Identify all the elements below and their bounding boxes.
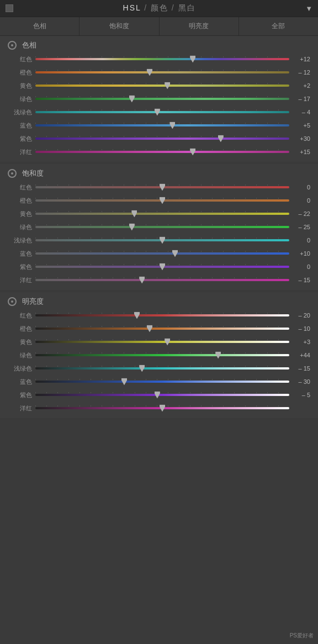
panel-icon: [6, 4, 13, 12]
slider-track-wrap-saturation-6[interactable]: [35, 262, 289, 272]
tab-all[interactable]: 全部: [239, 17, 318, 35]
slider-value-saturation-1: 0: [293, 197, 310, 204]
slider-track-wrap-hue-7[interactable]: [35, 147, 289, 157]
slider-value-hue-4: – 4: [293, 109, 310, 115]
slider-row-luminance-5: 蓝色– 30: [0, 375, 318, 388]
slider-track-wrap-luminance-0[interactable]: [35, 310, 289, 320]
slider-thumb-hue-3[interactable]: [129, 96, 135, 103]
slider-row-saturation-3: 绿色– 25: [0, 220, 318, 234]
tab-luminance[interactable]: 明亮度: [160, 17, 239, 35]
section-header-luminance: 明亮度: [0, 292, 318, 309]
slider-row-saturation-0: 红色0: [0, 181, 318, 194]
slider-track-wrap-hue-6[interactable]: [35, 134, 289, 144]
slider-track-wrap-luminance-7[interactable]: [35, 403, 289, 413]
slider-thumb-luminance-3[interactable]: [215, 352, 221, 359]
slider-thumb-hue-0[interactable]: [190, 56, 195, 63]
slider-label-luminance-0: 红色: [8, 312, 32, 320]
slider-label-luminance-5: 蓝色: [8, 378, 32, 386]
slider-label-saturation-3: 绿色: [8, 223, 32, 231]
section-target-icon-saturation[interactable]: [8, 169, 17, 178]
slider-track-luminance-1: [35, 328, 289, 330]
slider-value-luminance-4: – 15: [293, 365, 310, 372]
slider-label-hue-4: 浅绿色: [8, 108, 32, 117]
slider-thumb-saturation-6[interactable]: [160, 263, 165, 271]
slider-thumb-luminance-1[interactable]: [147, 325, 152, 332]
slider-row-luminance-7: 洋红: [0, 402, 318, 415]
slider-track-luminance-0: [35, 314, 289, 316]
slider-track-wrap-luminance-4[interactable]: [35, 363, 289, 373]
slider-track-wrap-hue-3[interactable]: [35, 94, 289, 104]
slider-track-wrap-saturation-2[interactable]: [35, 209, 289, 219]
slider-label-saturation-1: 橙色: [8, 197, 32, 205]
slider-thumb-hue-7[interactable]: [190, 149, 195, 156]
slider-track-wrap-saturation-4[interactable]: [35, 235, 289, 245]
slider-value-hue-7: +15: [293, 149, 310, 155]
slider-thumb-luminance-0[interactable]: [134, 312, 140, 319]
slider-value-hue-2: +2: [293, 82, 310, 89]
slider-label-luminance-1: 橙色: [8, 325, 32, 333]
slider-track-wrap-hue-1[interactable]: [35, 67, 289, 77]
slider-row-luminance-4: 浅绿色– 15: [0, 362, 318, 375]
panel-dropdown-arrow[interactable]: ▼: [305, 4, 312, 13]
slider-track-wrap-saturation-3[interactable]: [35, 222, 289, 232]
slider-track-hue-5: [35, 124, 289, 126]
slider-thumb-hue-4[interactable]: [155, 109, 160, 116]
slider-label-hue-7: 洋红: [8, 148, 32, 156]
slider-track-wrap-hue-4[interactable]: [35, 107, 289, 117]
section-target-icon-luminance[interactable]: [8, 297, 17, 306]
slider-thumb-saturation-1[interactable]: [160, 197, 165, 204]
slider-track-saturation-2: [35, 213, 289, 215]
slider-label-hue-3: 绿色: [8, 95, 32, 103]
slider-track-wrap-saturation-7[interactable]: [35, 275, 289, 285]
section-target-icon-hue[interactable]: [8, 41, 17, 50]
panel-title: HSL / 颜色 / 黑白: [13, 3, 305, 13]
bw-label: 黑白: [178, 3, 196, 12]
slider-track-hue-2: [35, 85, 289, 87]
slider-track-wrap-luminance-1[interactable]: [35, 324, 289, 334]
slider-thumb-saturation-3[interactable]: [129, 224, 135, 231]
slider-thumb-hue-6[interactable]: [218, 135, 224, 142]
slider-track-wrap-luminance-3[interactable]: [35, 350, 289, 360]
slider-value-luminance-1: – 10: [293, 325, 310, 332]
slider-thumb-luminance-7[interactable]: [160, 405, 165, 412]
slider-track-wrap-hue-0[interactable]: [35, 54, 289, 64]
slider-thumb-luminance-4[interactable]: [139, 365, 145, 372]
slider-value-luminance-5: – 30: [293, 378, 310, 385]
slider-thumb-luminance-2[interactable]: [165, 339, 170, 346]
slider-thumb-saturation-2[interactable]: [131, 210, 137, 218]
slider-row-hue-5: 蓝色+5: [0, 119, 318, 132]
slider-track-luminance-4: [35, 367, 289, 369]
slider-row-luminance-2: 黄色+3: [0, 335, 318, 349]
color-label: 颜色: [151, 3, 168, 12]
slider-value-luminance-3: +44: [293, 352, 310, 358]
slider-value-saturation-2: – 22: [293, 210, 310, 217]
slider-thumb-luminance-5[interactable]: [121, 378, 127, 386]
slider-track-luminance-7: [35, 407, 289, 409]
tab-hue[interactable]: 色相: [0, 17, 80, 35]
slider-track-saturation-3: [35, 226, 289, 228]
slider-thumb-saturation-5[interactable]: [172, 250, 178, 257]
slider-label-saturation-6: 紫色: [8, 263, 32, 271]
slider-track-wrap-hue-5[interactable]: [35, 120, 289, 130]
tab-saturation[interactable]: 饱和度: [80, 17, 159, 35]
slider-track-wrap-luminance-2[interactable]: [35, 337, 289, 347]
slider-track-saturation-4: [35, 239, 289, 241]
slider-thumb-hue-1[interactable]: [147, 69, 152, 76]
slider-track-wrap-saturation-1[interactable]: [35, 196, 289, 205]
slider-thumb-hue-5[interactable]: [169, 122, 175, 129]
slider-thumb-saturation-0[interactable]: [160, 184, 165, 191]
slider-thumb-saturation-7[interactable]: [139, 277, 145, 284]
slider-value-hue-3: – 17: [293, 96, 310, 102]
slider-label-saturation-4: 浅绿色: [8, 236, 32, 245]
slider-track-saturation-7: [35, 279, 289, 281]
slider-track-wrap-luminance-5[interactable]: [35, 377, 289, 387]
slider-thumb-luminance-6[interactable]: [155, 392, 160, 399]
slider-track-wrap-hue-2[interactable]: [35, 81, 289, 91]
title-separator1: /: [144, 3, 151, 12]
slider-thumb-saturation-4[interactable]: [160, 237, 165, 244]
slider-track-wrap-luminance-6[interactable]: [35, 390, 289, 400]
slider-track-wrap-saturation-0[interactable]: [35, 182, 289, 192]
slider-track-wrap-saturation-5[interactable]: [35, 249, 289, 258]
slider-label-saturation-5: 蓝色: [8, 250, 32, 258]
slider-thumb-hue-2[interactable]: [165, 82, 170, 89]
